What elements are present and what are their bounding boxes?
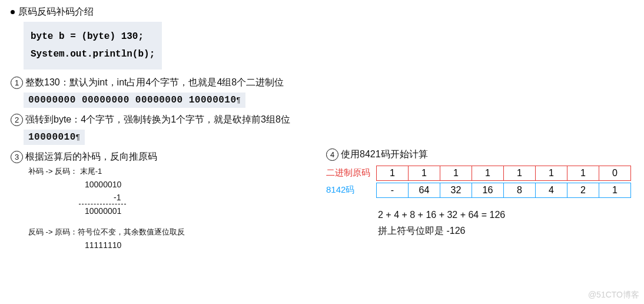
derive-1-a: 10000010 [28, 178, 308, 191]
step-2-text: 强转到byte：4个字节，强制转换为1个字节，就是砍掉前3组8位 [25, 114, 290, 126]
row2-cell: 16 [472, 183, 504, 198]
derive-1-b: -1 [28, 191, 308, 204]
section-title: 原码反码补码介绍 [18, 6, 94, 18]
watermark: @51CTO博客 [588, 290, 639, 300]
bullet-icon [11, 10, 15, 14]
derivation-block: 补码 -> 反码： 末尾-1 10000010 -1 10000001 反码 -… [28, 166, 308, 252]
row1-cell: 1 [376, 166, 409, 181]
step-4: 4 使用8421码开始计算 [326, 148, 631, 161]
derive-1-label: 补码 -> 反码： 末尾-1 [28, 166, 308, 178]
row1-cell: 1 [503, 166, 536, 181]
derive-1-c: 10000001 [28, 204, 308, 217]
row2-label: 8142码 [326, 184, 372, 196]
step-2-bits: 10000010¶ [24, 130, 85, 145]
step-2: 2 强转到byte：4个字节，强制转换为1个字节，就是砍掉前3组8位 [11, 114, 637, 126]
final-result: 拼上符号位即是 -126 [378, 225, 631, 237]
table-row-8421: 8142码 - 64 32 16 8 4 2 1 [326, 183, 631, 198]
step-3-number: 3 [11, 151, 23, 163]
step-1: 1 整数130：默认为int，int占用4个字节，也就是4组8个二进制位 [11, 77, 637, 89]
row2-cell: 64 [408, 183, 440, 198]
step-4-text: 使用8421码开始计算 [341, 148, 428, 161]
row1-cell: 0 [599, 166, 631, 181]
row2-cell: 8 [503, 183, 536, 198]
row1-cell: 1 [567, 166, 599, 181]
row1-cell: 1 [472, 166, 504, 181]
sum-equation: 2 + 4 + 8 + 16 + 32 + 64 = 126 [378, 210, 631, 220]
row1-cell: 1 [408, 166, 440, 181]
row2-cell: 4 [535, 183, 567, 198]
row1-label: 二进制原码 [326, 167, 372, 179]
row1-cell: 1 [535, 166, 567, 181]
step-3: 3 根据运算后的补码，反向推原码 [11, 151, 308, 163]
step-3-text: 根据运算后的补码，反向推原码 [25, 151, 157, 163]
row1-cells: 1 1 1 1 1 1 1 0 [377, 166, 631, 181]
step-4-number: 4 [326, 148, 338, 161]
derive-2-a: 11111110 [28, 239, 308, 252]
section-bullet: 原码反码补码介绍 [11, 6, 637, 18]
code-line-2: System.out.println(b); [31, 45, 155, 63]
code-line-1: byte b = (byte) 130; [31, 28, 155, 45]
row2-cell: - [376, 183, 409, 198]
step-1-number: 1 [11, 77, 23, 89]
row2-cell: 1 [599, 183, 631, 198]
row1-cell: 1 [440, 166, 472, 181]
derive-2-label: 反码 -> 原码：符号位不变，其余数值逐位取反 [28, 226, 308, 239]
step-1-text: 整数130：默认为int，int占用4个字节，也就是4组8个二进制位 [25, 77, 284, 89]
step-2-number: 2 [11, 114, 23, 126]
table-row-originalcode: 二进制原码 1 1 1 1 1 1 1 0 [326, 166, 631, 181]
row2-cell: 32 [440, 183, 472, 198]
code-block: byte b = (byte) 130; System.out.println(… [24, 22, 162, 70]
step-1-bits: 00000000 00000000 00000000 10000010¶ [24, 92, 245, 108]
row2-cells: - 64 32 16 8 4 2 1 [377, 183, 631, 198]
row2-cell: 2 [567, 183, 599, 198]
